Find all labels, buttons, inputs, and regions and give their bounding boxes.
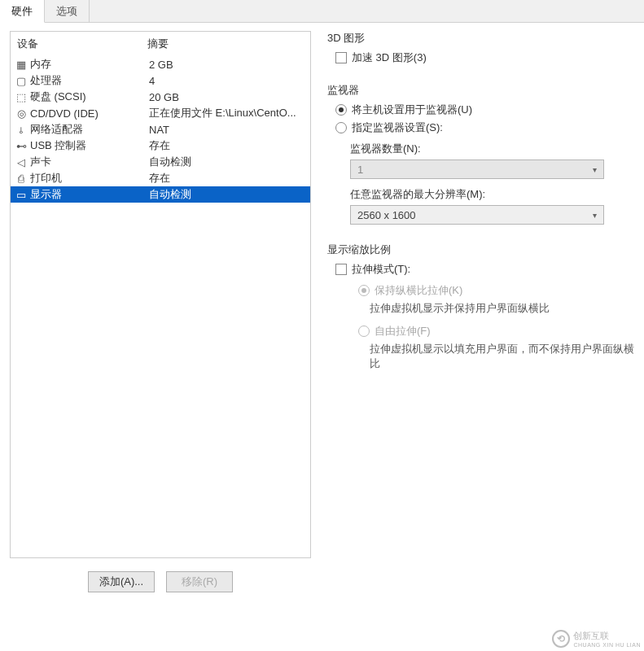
- specify-monitor-radio[interactable]: [335, 122, 347, 133]
- sound-icon: ◁: [14, 155, 28, 168]
- tab-options[interactable]: 选项: [45, 0, 90, 22]
- hw-label: CD/DVD (IDE): [30, 107, 149, 120]
- section-monitors: 监视器: [327, 83, 634, 98]
- hw-summary: 存在: [149, 171, 307, 186]
- tabs-bar: 硬件 选项: [0, 0, 644, 23]
- hw-label: 打印机: [30, 171, 149, 186]
- hw-row-printer[interactable]: ⎙ 打印机 存在: [11, 170, 310, 186]
- monitor-count-label: 监视器数量(N):: [350, 142, 634, 156]
- section-3d-graphics: 3D 图形: [327, 31, 634, 46]
- keep-aspect-label: 保持纵横比拉伸(K): [375, 283, 462, 298]
- remove-button[interactable]: 移除(R): [166, 571, 233, 592]
- disk-icon: ⬚: [14, 90, 28, 103]
- watermark-icon: ⟲: [552, 630, 570, 648]
- hw-row-cpu[interactable]: ▢ 处理器 4: [11, 72, 310, 89]
- hw-label: 声卡: [30, 155, 149, 169]
- section-scaling: 显示缩放比例: [327, 242, 634, 257]
- hw-row-disk[interactable]: ⬚ 硬盘 (SCSI) 20 GB: [11, 89, 310, 105]
- cd-icon: ◎: [14, 107, 28, 120]
- hw-summary: 正在使用文件 E:\Linux\CentO...: [149, 106, 307, 120]
- chevron-down-icon: ▾: [593, 165, 597, 174]
- display-icon: ▭: [14, 188, 28, 201]
- max-res-select[interactable]: 2560 x 1600 ▾: [350, 205, 604, 225]
- hw-label: 网络适配器: [30, 122, 149, 137]
- monitor-count-select[interactable]: 1 ▾: [350, 159, 604, 179]
- max-res-label: 任意监视器的最大分辨率(M):: [350, 187, 634, 202]
- network-icon: ⫰: [14, 123, 28, 136]
- hw-label: 硬盘 (SCSI): [30, 90, 149, 104]
- max-res-value: 2560 x 1600: [357, 209, 416, 221]
- hw-label: 显示器: [30, 187, 149, 202]
- stretch-mode-label: 拉伸模式(T):: [352, 262, 410, 277]
- hw-row-display[interactable]: ▭ 显示器 自动检测: [11, 186, 310, 203]
- keep-aspect-radio: [358, 285, 370, 296]
- use-host-monitor-radio[interactable]: [335, 104, 347, 116]
- hw-label: 内存: [30, 57, 149, 72]
- display-settings-panel: 3D 图形 加速 3D 图形(3) 监视器 将主机设置用于监视器(U) 指定监视…: [327, 31, 634, 601]
- keep-aspect-desc: 拉伸虚拟机显示并保持用户界面纵横比: [370, 301, 634, 316]
- hw-row-network[interactable]: ⫰ 网络适配器 NAT: [11, 121, 310, 138]
- free-stretch-desc: 拉伸虚拟机显示以填充用户界面，而不保持用户界面纵横比: [370, 342, 634, 371]
- memory-icon: ▦: [14, 58, 28, 71]
- watermark-brand: 创新互联: [573, 630, 641, 642]
- hw-row-sound[interactable]: ◁ 声卡 自动检测: [11, 154, 310, 170]
- hw-summary: 2 GB: [149, 59, 307, 71]
- specify-monitor-label: 指定监视器设置(S):: [352, 120, 443, 135]
- button-bar: 添加(A)... 移除(R): [10, 563, 311, 601]
- hw-label: USB 控制器: [30, 138, 149, 153]
- stretch-mode-checkbox[interactable]: [335, 264, 347, 275]
- hw-row-cd[interactable]: ◎ CD/DVD (IDE) 正在使用文件 E:\Linux\CentO...: [11, 105, 310, 121]
- hw-summary: 自动检测: [149, 187, 307, 202]
- watermark: ⟲ 创新互联 CHUANG XIN HU LIAN: [552, 630, 641, 648]
- use-host-monitor-label: 将主机设置用于监视器(U): [352, 103, 472, 117]
- chevron-down-icon: ▾: [593, 211, 597, 220]
- hw-label: 处理器: [30, 73, 149, 88]
- add-button[interactable]: 添加(A)...: [88, 571, 155, 592]
- hw-summary: 自动检测: [149, 155, 307, 169]
- usb-icon: ⊷: [14, 139, 28, 152]
- hw-row-memory[interactable]: ▦ 内存 2 GB: [11, 56, 310, 72]
- hardware-list-header: 设备 摘要: [11, 32, 310, 56]
- free-stretch-radio: [358, 326, 370, 337]
- accel-3d-label: 加速 3D 图形(3): [352, 50, 427, 65]
- hw-summary: 20 GB: [149, 91, 307, 103]
- hardware-list: 设备 摘要 ▦ 内存 2 GB ▢ 处理器 4 ⬚ 硬盘 (SCSI) 20 G…: [10, 31, 311, 558]
- hw-summary: NAT: [149, 124, 307, 136]
- hw-row-usb[interactable]: ⊷ USB 控制器 存在: [11, 138, 310, 154]
- col-device: 设备: [17, 37, 147, 51]
- col-summary: 摘要: [147, 37, 169, 51]
- tab-hardware[interactable]: 硬件: [0, 0, 45, 23]
- watermark-sub: CHUANG XIN HU LIAN: [573, 642, 641, 648]
- accel-3d-checkbox[interactable]: [335, 52, 347, 63]
- printer-icon: ⎙: [14, 172, 28, 185]
- free-stretch-label: 自由拉伸(F): [375, 324, 431, 339]
- hw-summary: 存在: [149, 138, 307, 153]
- cpu-icon: ▢: [14, 74, 28, 87]
- monitor-count-value: 1: [357, 164, 363, 176]
- hw-summary: 4: [149, 75, 307, 87]
